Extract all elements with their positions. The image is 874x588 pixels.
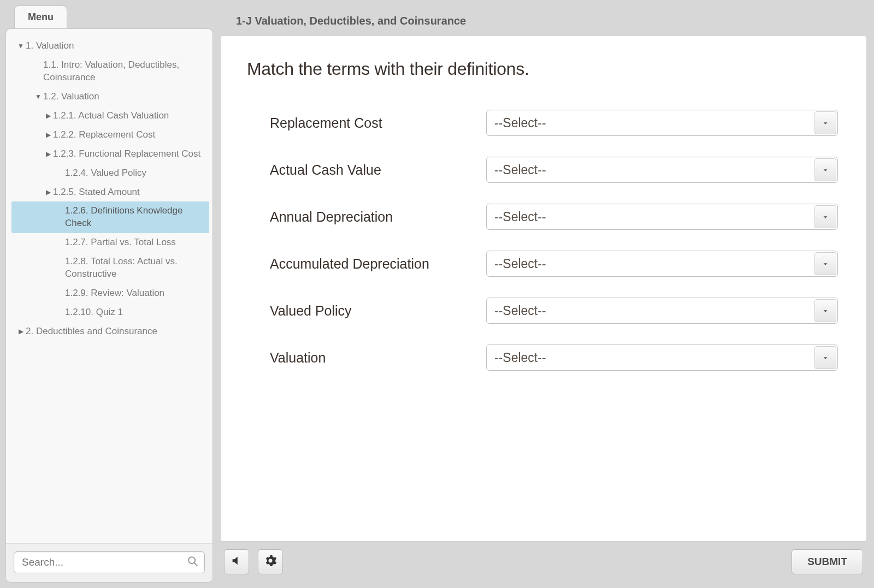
chevron-down-icon — [822, 351, 829, 365]
nav-item-label: 1.2.3. Functional Replacement Cost — [53, 148, 205, 161]
nav-item[interactable]: ▶1.2.3. Functional Replacement Cost — [11, 145, 209, 164]
select-dropdown-button[interactable] — [814, 299, 836, 322]
chevron-right-icon: ▶ — [43, 188, 53, 197]
nav-tree: ▼1. Valuation1.1. Intro: Valuation, Dedu… — [6, 29, 212, 543]
nav-item[interactable]: ▼1. Valuation — [11, 37, 209, 56]
volume-icon — [231, 555, 243, 569]
nav-item-label: 1.2.7. Partial vs. Total Loss — [65, 236, 205, 249]
nav-item[interactable]: 1.2.4. Valued Policy — [11, 164, 209, 183]
chevron-right-icon: ▶ — [16, 327, 26, 336]
submit-label: SUBMIT — [807, 556, 847, 567]
nav-item[interactable]: ▼1.2. Valuation — [11, 87, 209, 106]
footer-bar: SUBMIT — [221, 541, 866, 583]
select-dropdown-button[interactable] — [814, 158, 836, 181]
page-title: 1-J Valuation, Deductibles, and Coinsura… — [236, 15, 466, 27]
nav-item[interactable]: 1.2.6. Definitions Knowledge Check — [11, 201, 209, 233]
nav-item-label: 1.2.1. Actual Cash Valuation — [53, 110, 205, 122]
select-dropdown-button[interactable] — [814, 346, 836, 369]
nav-item-label: 1.2.6. Definitions Knowledge Check — [65, 205, 205, 230]
definition-select[interactable]: --Select-- — [486, 298, 838, 324]
select-dropdown-button[interactable] — [814, 205, 836, 228]
definition-select[interactable]: --Select-- — [486, 110, 838, 136]
content-panel: Match the terms with their definitions. … — [221, 36, 866, 541]
select-value: --Select-- — [494, 163, 546, 177]
question-prompt: Match the terms with their definitions. — [247, 59, 840, 79]
select-value: --Select-- — [494, 257, 546, 271]
nav-item-label: 1.2.8. Total Loss: Actual vs. Constructi… — [65, 256, 205, 281]
chevron-down-icon — [822, 163, 829, 177]
gear-icon — [264, 554, 277, 569]
select-value: --Select-- — [494, 304, 546, 318]
volume-button[interactable] — [224, 549, 249, 574]
nav-item[interactable]: ▶1.2.2. Replacement Cost — [11, 126, 209, 145]
definition-select[interactable]: --Select-- — [486, 345, 838, 371]
term-label: Valued Policy — [270, 303, 477, 319]
select-dropdown-button[interactable] — [814, 111, 836, 134]
sidebar-tab-row: Menu — [5, 5, 213, 28]
search-input[interactable] — [21, 556, 180, 569]
nav-item-label: 1.2.9. Review: Valuation — [65, 287, 205, 300]
nav-item[interactable]: ▶2. Deductibles and Coinsurance — [11, 322, 209, 341]
sidebar: Menu ▼1. Valuation1.1. Intro: Valuation,… — [5, 5, 213, 583]
main-column: 1-J Valuation, Deductibles, and Coinsura… — [213, 5, 866, 583]
term-label: Annual Depreciation — [270, 209, 477, 225]
select-value: --Select-- — [494, 351, 546, 365]
chevron-down-icon — [822, 304, 829, 318]
settings-button[interactable] — [258, 549, 283, 574]
term-label: Replacement Cost — [270, 115, 477, 131]
nav-item[interactable]: 1.1. Intro: Valuation, Deductibles, Coin… — [11, 56, 209, 87]
chevron-right-icon: ▶ — [43, 111, 53, 120]
match-grid: Replacement Cost--Select--Actual Cash Va… — [247, 110, 840, 371]
svg-line-1 — [194, 563, 198, 566]
nav-item[interactable]: 1.2.9. Review: Valuation — [11, 284, 209, 303]
header-bar: 1-J Valuation, Deductibles, and Coinsura… — [221, 5, 866, 36]
definition-select[interactable]: --Select-- — [486, 157, 838, 183]
nav-item-label: 1.1. Intro: Valuation, Deductibles, Coin… — [43, 59, 205, 84]
nav-item-label: 1.2. Valuation — [43, 91, 205, 103]
chevron-right-icon: ▶ — [43, 150, 53, 158]
select-dropdown-button[interactable] — [814, 252, 836, 275]
select-value: --Select-- — [494, 210, 546, 224]
tab-menu-label: Menu — [28, 11, 54, 22]
nav-item[interactable]: 1.2.10. Quiz 1 — [11, 303, 209, 322]
chevron-down-icon — [822, 210, 829, 224]
search-box[interactable] — [14, 551, 205, 573]
chevron-right-icon: ▶ — [43, 130, 53, 139]
select-value: --Select-- — [494, 116, 546, 130]
search-area — [6, 543, 212, 582]
submit-button[interactable]: SUBMIT — [792, 549, 863, 574]
nav-item[interactable]: ▶1.2.1. Actual Cash Valuation — [11, 106, 209, 126]
svg-point-0 — [188, 557, 195, 563]
chevron-down-icon — [822, 116, 829, 130]
definition-select[interactable]: --Select-- — [486, 204, 838, 230]
app-root: Menu ▼1. Valuation1.1. Intro: Valuation,… — [5, 5, 866, 583]
nav-item-label: 1. Valuation — [26, 40, 205, 52]
nav-item[interactable]: ▶1.2.5. Stated Amount — [11, 183, 209, 202]
tab-menu[interactable]: Menu — [14, 5, 67, 28]
term-label: Accumulated Depreciation — [270, 256, 477, 272]
chevron-down-icon: ▼ — [16, 41, 26, 50]
nav-item-label: 1.2.2. Replacement Cost — [53, 129, 205, 141]
nav-item-label: 1.2.10. Quiz 1 — [65, 306, 205, 319]
search-icon[interactable] — [187, 555, 199, 569]
nav-item-label: 2. Deductibles and Coinsurance — [26, 325, 205, 338]
term-label: Actual Cash Value — [270, 162, 477, 178]
nav-item[interactable]: 1.2.7. Partial vs. Total Loss — [11, 233, 209, 252]
sidebar-panel: ▼1. Valuation1.1. Intro: Valuation, Dedu… — [5, 28, 213, 583]
chevron-down-icon — [822, 257, 829, 271]
definition-select[interactable]: --Select-- — [486, 251, 838, 277]
chevron-down-icon: ▼ — [33, 92, 43, 101]
nav-item-label: 1.2.4. Valued Policy — [65, 167, 205, 180]
term-label: Valuation — [270, 350, 477, 366]
nav-item-label: 1.2.5. Stated Amount — [53, 186, 205, 199]
nav-item[interactable]: 1.2.8. Total Loss: Actual vs. Constructi… — [11, 252, 209, 284]
